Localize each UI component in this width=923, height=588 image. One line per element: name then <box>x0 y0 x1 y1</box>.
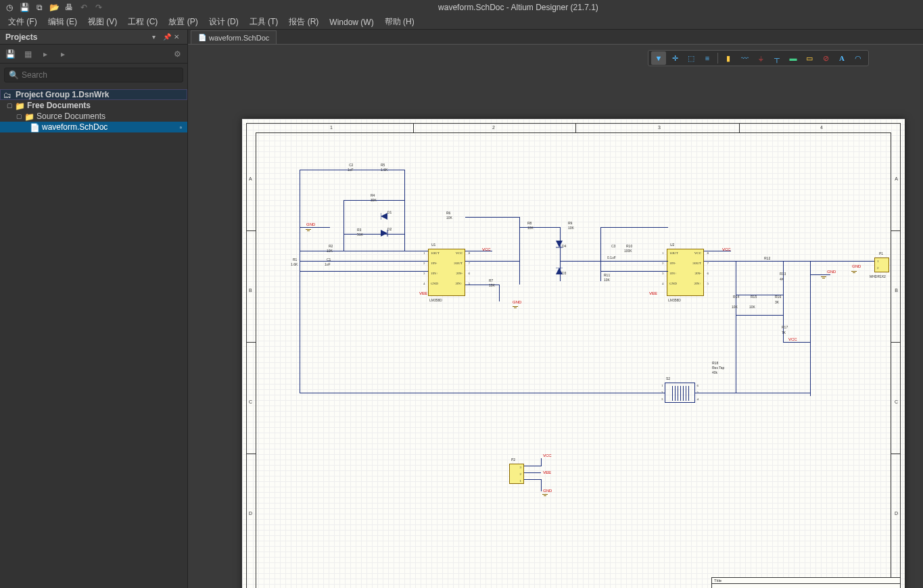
panel-close-icon[interactable]: ✕ <box>174 33 182 41</box>
schematic-canvas[interactable]: ▼ ✛ ⬚ ≡ ▮ 〰 ⏚ ┬ ▬ ▭ ⊘ A ◠ 1 <box>188 45 923 588</box>
schematic-sheet[interactable]: 1 2 3 4 1 2 3 4 A B C <box>242 119 905 588</box>
tree-free-docs[interactable]: ▢ 📁 Free Documents <box>0 100 187 111</box>
menu-file[interactable]: 文件 (F) <box>4 15 41 29</box>
projects-panel: Projects ▾ 📌 ✕ 💾 ▦ ▸ ▸ ⚙ 🔍 🗂 Project Gro… <box>0 30 188 588</box>
select-icon[interactable]: ⬚ <box>684 51 699 65</box>
tab-waveform[interactable]: 📄 waveform.SchDoc <box>191 30 277 44</box>
svg-marker-4 <box>556 268 563 274</box>
switch-s2[interactable]: 1 2 3 6 5 4 <box>665 383 695 403</box>
expand-icon[interactable]: ▢ <box>16 113 23 120</box>
doc-status-icon: ▫ <box>179 124 182 131</box>
tree-doc-waveform[interactable]: 📄 waveform.SchDoc ▫ <box>0 122 187 132</box>
document-tabs: 📄 waveform.SchDoc <box>188 30 923 45</box>
noerc-icon[interactable]: ⊘ <box>818 51 833 65</box>
app-icon: ◷ <box>4 2 15 13</box>
zone-col-1: 1 <box>330 125 333 130</box>
workspace-icon: 🗂 <box>3 91 13 99</box>
align-icon[interactable]: ≡ <box>700 51 715 65</box>
gnd-icon[interactable]: ⏚ <box>753 51 768 65</box>
schdoc-icon: 📄 <box>198 34 206 41</box>
svg-marker-0 <box>381 213 387 220</box>
project-tree: 🗂 Project Group 1.DsnWrk ▢ 📁 Free Docume… <box>0 87 187 588</box>
undo-icon[interactable]: ↶ <box>78 2 89 13</box>
diode-d1[interactable] <box>381 212 389 222</box>
svg-marker-2 <box>381 230 387 237</box>
zone-col-3: 3 <box>658 125 661 130</box>
tb-icon3[interactable]: ▸ <box>39 48 51 60</box>
menu-view[interactable]: 视图 (V) <box>84 15 121 29</box>
save-icon[interactable]: 💾 <box>19 2 30 13</box>
redo-icon[interactable]: ↷ <box>93 2 104 13</box>
folder-icon: 📁 <box>24 112 34 120</box>
menu-window[interactable]: Window (W) <box>325 16 377 28</box>
open-icon[interactable]: 📂 <box>49 2 60 13</box>
diode-d4[interactable] <box>556 241 563 251</box>
search-icon: 🔍 <box>9 70 19 80</box>
crosshair-icon[interactable]: ✛ <box>667 51 682 65</box>
menu-project[interactable]: 工程 (C) <box>124 15 162 29</box>
print-icon[interactable]: 🖶 <box>64 2 74 13</box>
schematic-content[interactable]: 1OUT VCC 1IN- 2OUT 1IN+ 2IN- GND 2IN+ 1 … <box>262 139 884 588</box>
save-all-icon[interactable]: ⧉ <box>34 2 45 13</box>
diode-d3[interactable] <box>556 268 563 278</box>
text-icon[interactable]: A <box>834 51 849 65</box>
arc-icon[interactable]: ◠ <box>851 51 866 65</box>
zone-row-a: A <box>249 176 252 181</box>
menu-tools[interactable]: 工具 (T) <box>245 15 283 29</box>
active-bar: ▼ ✛ ⬚ ≡ ▮ 〰 ⏚ ┬ ▬ ▭ ⊘ A ◠ <box>648 50 869 66</box>
window-title: waveform.SchDoc - Altium Designer (21.7.… <box>118 3 919 12</box>
header-p1[interactable]: 1 2 <box>874 258 889 272</box>
ic-u2[interactable]: 1OUT VCC 1IN- 2OUT 1IN+ 2IN- GND 2IN+ 1 … <box>667 249 704 296</box>
tb-compile-icon[interactable]: ▦ <box>22 48 34 60</box>
expand-icon[interactable]: ▢ <box>7 102 14 109</box>
search-box[interactable]: 🔍 <box>4 68 183 82</box>
diode-d2[interactable] <box>381 229 389 239</box>
port-icon[interactable]: ▭ <box>802 51 817 65</box>
tree-root[interactable]: 🗂 Project Group 1.DsnWrk <box>0 89 187 100</box>
tb-icon4[interactable]: ▸ <box>57 48 69 60</box>
header-p2[interactable]: 3 2 1 <box>509 464 524 484</box>
zone-col-4: 4 <box>820 125 823 130</box>
tb-save-icon[interactable]: 💾 <box>4 48 16 60</box>
panel-dropdown-icon[interactable]: ▾ <box>152 33 160 41</box>
net-icon[interactable]: ▬ <box>786 51 801 65</box>
menu-bar: 文件 (F) 编辑 (E) 视图 (V) 工程 (C) 放置 (P) 设计 (D… <box>0 15 923 30</box>
panel-pin-icon[interactable]: 📌 <box>163 33 171 41</box>
title-bar: ◷ 💾 ⧉ 📂 🖶 ↶ ↷ waveform.SchDoc - Altium D… <box>0 0 923 15</box>
folder-icon: 📁 <box>15 101 24 109</box>
ic-u1[interactable]: 1OUT VCC 1IN- 2OUT 1IN+ 2IN- GND 2IN+ 1 … <box>428 249 465 296</box>
tb-settings-icon[interactable]: ⚙ <box>171 48 183 60</box>
menu-place[interactable]: 放置 (P) <box>164 15 202 29</box>
part-icon[interactable]: ▮ <box>721 51 736 65</box>
filter-icon[interactable]: ▼ <box>651 51 666 65</box>
wire-icon[interactable]: 〰 <box>737 51 752 65</box>
projects-title: Projects <box>5 32 149 42</box>
svg-marker-6 <box>556 241 563 247</box>
menu-design[interactable]: 设计 (D) <box>205 15 243 29</box>
schdoc-icon: 📄 <box>30 123 39 131</box>
zone-col-2: 2 <box>492 125 495 130</box>
title-block: Title Size Number Revision A4 Date: <box>711 577 901 588</box>
menu-help[interactable]: 帮助 (H) <box>381 15 419 29</box>
search-input[interactable] <box>22 70 179 80</box>
menu-report[interactable]: 报告 (R) <box>285 15 323 29</box>
tree-source-docs[interactable]: ▢ 📁 Source Documents <box>0 111 187 122</box>
vcc-icon[interactable]: ┬ <box>770 51 784 65</box>
menu-edit[interactable]: 编辑 (E) <box>44 15 81 29</box>
